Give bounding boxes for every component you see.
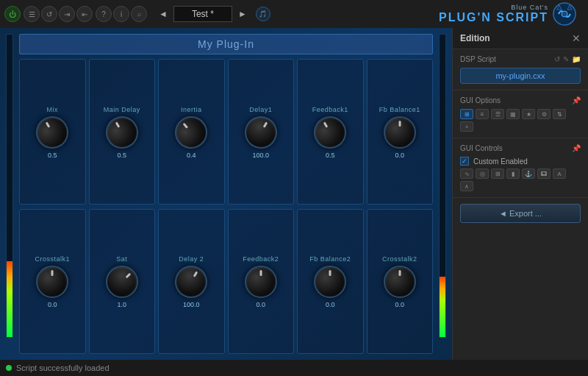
toolbar-menu-group: ☰ ↺ ⇥ ⇤ bbox=[24, 6, 93, 22]
folder-icon[interactable]: 📁 bbox=[572, 55, 581, 63]
edit-icon[interactable]: ✎ bbox=[563, 55, 569, 63]
search-button[interactable]: ⌕ bbox=[131, 6, 147, 22]
toolbar-left-group: ⏻ bbox=[4, 6, 21, 22]
knob-value-0-4: 0.5 bbox=[326, 152, 335, 159]
ctrl-link-icon[interactable]: ⚓ bbox=[522, 169, 535, 179]
preset-next-button[interactable]: ► bbox=[235, 7, 250, 21]
preset-name[interactable]: Test * bbox=[173, 6, 232, 22]
custom-enabled-checkbox[interactable]: ✓ bbox=[460, 157, 469, 166]
knob-value-1-4: 0.0 bbox=[326, 301, 335, 308]
knob-control-0-3[interactable] bbox=[239, 110, 283, 155]
knob-label-1-4: Fb Balance2 bbox=[309, 255, 351, 263]
preset-prev-button[interactable]: ◄ bbox=[156, 7, 171, 21]
back-button[interactable]: ⇤ bbox=[76, 6, 93, 22]
gui-opt-star-icon[interactable]: ★ bbox=[522, 109, 535, 119]
gui-opt-list-icon[interactable]: ☰ bbox=[491, 109, 504, 119]
gui-options-section: GUI Options 📌 ⊞ ≡ ☰ ▦ ★ ⚙ ⇅ + bbox=[453, 91, 588, 138]
knob-label-1-5: Crosstalk2 bbox=[382, 255, 417, 263]
status-bar: Script successfully loaded bbox=[0, 360, 588, 376]
forward-button[interactable]: ⇥ bbox=[59, 6, 75, 22]
knob-label-1-3: Feedback2 bbox=[243, 255, 279, 263]
knob-label-1-1: Sat bbox=[116, 255, 127, 263]
panel-close-button[interactable]: ✕ bbox=[572, 32, 581, 44]
gui-controls-row: ∿ ◎ ⊞ ▮ ⚓ ⛾ A ∧ bbox=[460, 169, 581, 191]
knob-cell-0-0: Mix0.5 bbox=[19, 59, 86, 205]
knob-cell-1-4: Fb Balance20.0 bbox=[297, 209, 364, 355]
dsp-script-label: DSP Script bbox=[460, 55, 496, 63]
knob-value-0-2: 0.4 bbox=[187, 152, 196, 159]
knob-label-1-2: Delay 2 bbox=[179, 255, 204, 263]
knob-control-0-4[interactable] bbox=[308, 110, 352, 155]
ctrl-wave-icon[interactable]: ∿ bbox=[460, 169, 473, 179]
knob-control-0-1[interactable] bbox=[100, 110, 144, 155]
knob-label-1-0: Crosstalk1 bbox=[35, 255, 70, 263]
knobs-section: Mix0.5Main Delay0.5Inertia0.4Delay1100.0… bbox=[19, 59, 433, 354]
ctrl-knob-icon[interactable]: ◎ bbox=[476, 169, 489, 179]
gui-controls-label: GUI Controls bbox=[460, 144, 503, 152]
help-button[interactable]: ? bbox=[96, 6, 112, 22]
knob-cell-0-5: Fb Balance10.0 bbox=[367, 59, 434, 205]
knob-control-1-2[interactable] bbox=[169, 260, 213, 304]
custom-enabled-label: Custom Enabled bbox=[473, 157, 528, 166]
knob-cell-1-5: Crosstalk20.0 bbox=[367, 209, 434, 355]
panel-title: Edition bbox=[460, 33, 490, 43]
gui-options-row: ⊞ ≡ ☰ ▦ ★ ⚙ ⇅ + bbox=[460, 109, 581, 132]
menu-icon: ☰ bbox=[29, 10, 35, 18]
dsp-script-icons: ↺ ✎ 📁 bbox=[554, 55, 581, 63]
dsp-script-section: DSP Script ↺ ✎ 📁 my-plugin.cxx bbox=[453, 49, 588, 91]
dsp-script-label-row: DSP Script ↺ ✎ 📁 bbox=[460, 55, 581, 63]
gui-opt-sort-icon[interactable]: ⇅ bbox=[553, 109, 566, 119]
knob-control-1-3[interactable] bbox=[245, 266, 277, 298]
gui-options-pin-icon[interactable]: 📌 bbox=[572, 96, 581, 104]
preset-nav: ◄ Test * ► bbox=[156, 6, 250, 22]
midi-button[interactable]: 🎵 bbox=[256, 7, 270, 21]
ctrl-text-icon[interactable]: A bbox=[553, 169, 566, 179]
vu-fill-left bbox=[7, 261, 12, 337]
gui-opt-table-icon[interactable]: ▦ bbox=[506, 109, 520, 119]
script-file[interactable]: my-plugin.cxx bbox=[460, 68, 581, 84]
gui-controls-pin-icon[interactable]: 📌 bbox=[572, 144, 581, 152]
gui-opt-line-icon[interactable]: ≡ bbox=[476, 109, 489, 119]
ctrl-curve-icon[interactable]: ∧ bbox=[460, 181, 473, 191]
ctrl-bar-icon[interactable]: ▮ bbox=[506, 169, 520, 179]
gui-opt-grid-icon[interactable]: ⊞ bbox=[460, 109, 473, 119]
knob-value-0-5: 0.0 bbox=[395, 152, 404, 159]
toolbar-help-group: ? i ⌕ bbox=[96, 6, 147, 22]
svg-point-1 bbox=[562, 11, 567, 17]
knob-control-1-1[interactable] bbox=[99, 259, 145, 305]
gui-opt-gear-icon[interactable]: ⚙ bbox=[537, 109, 551, 119]
knob-control-1-0[interactable] bbox=[36, 266, 68, 298]
knob-value-0-1: 0.5 bbox=[117, 152, 126, 159]
knob-cell-0-4: Feedback10.5 bbox=[297, 59, 364, 205]
gui-controls-label-row: GUI Controls 📌 bbox=[460, 144, 581, 152]
info-button[interactable]: i bbox=[113, 6, 129, 22]
knob-value-0-0: 0.5 bbox=[48, 152, 57, 159]
refresh-icon[interactable]: ↺ bbox=[554, 55, 560, 63]
power-button[interactable]: ⏻ bbox=[4, 6, 21, 22]
knob-label-0-3: Delay1 bbox=[249, 106, 272, 113]
knob-label-0-0: Mix bbox=[47, 106, 59, 113]
vu-meter-left bbox=[6, 34, 13, 338]
gui-opt-plus-icon[interactable]: + bbox=[460, 121, 473, 132]
reload-button[interactable]: ↺ bbox=[41, 6, 57, 22]
knob-control-0-2[interactable] bbox=[168, 110, 214, 155]
export-button[interactable]: ◄ Export ... bbox=[460, 204, 581, 223]
midi-icon: 🎵 bbox=[259, 10, 267, 18]
knob-cell-1-3: Feedback20.0 bbox=[228, 209, 295, 355]
menu-button[interactable]: ☰ bbox=[24, 6, 40, 22]
ctrl-grid2-icon[interactable]: ⊞ bbox=[491, 169, 504, 179]
vu-fill-right bbox=[440, 277, 445, 337]
knob-value-1-2: 100.0 bbox=[183, 301, 200, 308]
knob-label-0-2: Inertia bbox=[181, 106, 202, 113]
plugin-title: My Plug-In bbox=[198, 38, 254, 50]
custom-enabled-row: ✓ Custom Enabled bbox=[460, 157, 581, 166]
knob-cell-1-2: Delay 2100.0 bbox=[158, 209, 225, 355]
knob-label-0-4: Feedback1 bbox=[312, 106, 348, 113]
ctrl-anchor-icon[interactable]: ⛾ bbox=[537, 169, 551, 179]
knob-control-1-5[interactable] bbox=[384, 266, 416, 298]
knob-control-0-5[interactable] bbox=[384, 116, 416, 149]
knob-control-0-0[interactable] bbox=[30, 110, 74, 155]
main-area: My Plug-In Mix0.5Main Delay0.5Inertia0.4… bbox=[0, 28, 588, 360]
knob-value-0-3: 100.0 bbox=[252, 152, 269, 159]
knob-control-1-4[interactable] bbox=[314, 266, 346, 298]
